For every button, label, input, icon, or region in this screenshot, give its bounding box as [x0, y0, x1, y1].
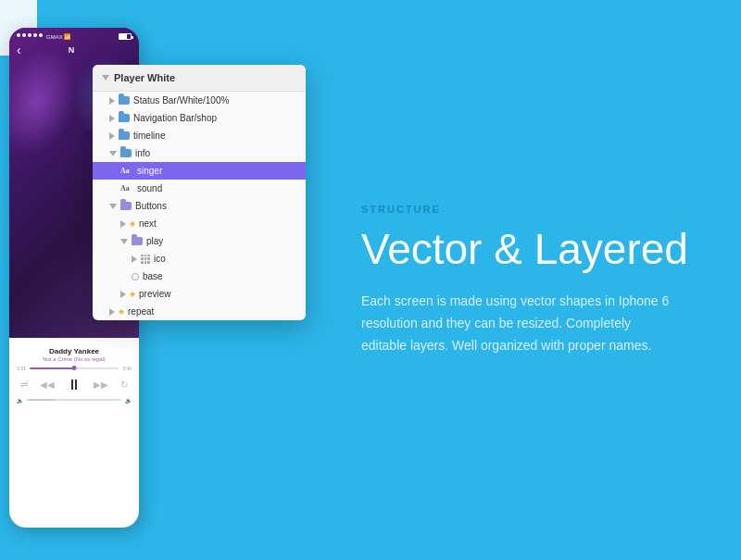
pause-button[interactable]: ⏸	[67, 377, 82, 393]
collapse-icon	[120, 239, 128, 244]
progress-dot	[72, 366, 77, 370]
track-artist: Daddy Yankee	[49, 347, 99, 355]
collapse-icon	[109, 151, 117, 156]
battery-fill	[119, 34, 127, 39]
phone-nav-bar: ‹ N	[9, 43, 139, 57]
volume-bar[interactable]	[27, 399, 121, 401]
expand-icon	[132, 255, 137, 263]
folder-icon	[119, 114, 130, 122]
folder-icon	[132, 237, 143, 245]
layer-label: base	[143, 271, 163, 281]
description-text: Each screen is made using vector shapes …	[361, 291, 676, 356]
folder-icon	[120, 202, 132, 210]
layer-item-repeat[interactable]: ◈ repeat	[93, 303, 306, 320]
track-title: Not a Crime (No es legal)	[43, 356, 106, 362]
root-layer-label: Player White	[114, 72, 175, 83]
layer-item-buttons[interactable]: Buttons	[93, 197, 306, 215]
text-type-icon: Aa	[120, 167, 133, 175]
signal-dot-4	[33, 33, 37, 37]
folder-icon	[120, 149, 132, 157]
layer-item-ico[interactable]: ico	[93, 250, 306, 268]
volume-fill	[27, 399, 56, 401]
layer-label: Buttons	[135, 201, 167, 211]
layer-label: Status Bar/White/100%	[133, 95, 229, 106]
expand-icon	[109, 308, 115, 316]
layer-item-sound[interactable]: Aa sound	[93, 180, 306, 197]
layer-item-timeline[interactable]: timeline	[93, 127, 306, 144]
section-label: STRUCTURE	[361, 204, 695, 215]
right-content-area: STRUCTURE Vector & Layered Each screen i…	[315, 0, 741, 560]
signal-dot-5	[39, 33, 43, 37]
layer-item-singer[interactable]: Aa singer	[93, 162, 306, 180]
layer-item-statusbar[interactable]: Status Bar/White/100%	[93, 92, 306, 109]
layer-item-navbar[interactable]: Navigation Bar/shop	[93, 109, 306, 127]
signal-dot-3	[28, 33, 31, 37]
volume-low-icon: 🔈	[17, 397, 23, 404]
layer-label: info	[135, 148, 150, 158]
layer-label: ico	[154, 254, 166, 264]
layer-label: next	[139, 218, 157, 229]
folder-icon	[119, 131, 130, 140]
layer-label: play	[146, 236, 163, 246]
layer-label: repeat	[128, 306, 154, 317]
carrier-label: GMAX 📶	[46, 33, 70, 40]
shuffle-button[interactable]: ⇌	[20, 380, 28, 390]
circle-icon	[132, 273, 139, 280]
grid-icon	[141, 255, 150, 264]
forward-button[interactable]: ▶▶	[94, 380, 108, 390]
phone-status-bar: GMAX 📶	[9, 33, 139, 40]
progress-bar[interactable]	[30, 367, 119, 369]
expand-icon	[109, 132, 115, 140]
rewind-button[interactable]: ◀◀	[40, 380, 55, 390]
time-current: 3:31	[17, 366, 26, 371]
symbol-icon: ◈	[119, 307, 124, 316]
layer-label: timeline	[133, 131, 165, 141]
layer-label: singer	[137, 166, 162, 176]
back-button[interactable]: ‹	[17, 43, 21, 57]
layer-label: Navigation Bar/shop	[133, 113, 217, 123]
text-type-icon: Aa	[120, 184, 133, 193]
folder-icon	[119, 96, 130, 105]
nav-title: N	[69, 45, 75, 55]
layer-item-info[interactable]: info	[93, 144, 306, 162]
playback-controls: ⇌ ◀◀ ⏸ ▶▶ ↻	[15, 377, 133, 393]
layer-item-base[interactable]: base	[93, 268, 306, 285]
expand-icon	[120, 220, 126, 228]
layer-panel-header: Player White	[93, 65, 306, 92]
collapse-icon[interactable]	[102, 75, 109, 81]
collapse-icon	[109, 204, 117, 209]
volume-high-icon: 🔊	[125, 397, 132, 404]
symbol-icon: ◈	[130, 290, 135, 298]
progress-row: 3:31 3:40	[15, 366, 133, 371]
layer-item-play[interactable]: play	[93, 232, 306, 250]
repeat-button[interactable]: ↻	[120, 380, 128, 390]
player-controls-area: Daddy Yankee Not a Crime (No es legal) 3…	[9, 338, 139, 528]
signal-dot-2	[22, 33, 26, 37]
expand-icon	[109, 97, 115, 105]
layer-label: preview	[139, 289, 170, 299]
progress-fill	[30, 367, 74, 369]
time-total: 3:40	[122, 366, 132, 371]
signal-dots: GMAX 📶	[17, 33, 70, 40]
expand-icon	[109, 115, 115, 122]
layer-label: sound	[137, 183, 162, 193]
main-heading: Vector & Layered	[361, 226, 695, 273]
symbol-icon: ◈	[130, 219, 135, 228]
layer-item-next[interactable]: ◈ next	[93, 215, 306, 232]
layer-item-preview[interactable]: ◈ preview	[93, 285, 306, 303]
battery-icon	[119, 33, 132, 40]
layer-panel: Player White Status Bar/White/100% Navig…	[93, 65, 306, 320]
volume-row: 🔈 🔊	[15, 397, 133, 404]
expand-icon	[120, 291, 126, 298]
signal-dot-1	[17, 33, 20, 37]
